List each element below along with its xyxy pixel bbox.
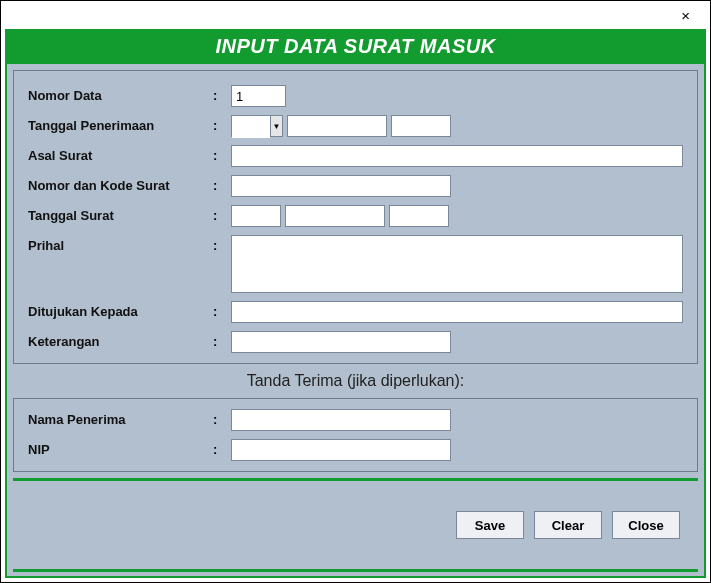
input-tgl-surat-day[interactable] (231, 205, 281, 227)
input-keterangan[interactable] (231, 331, 451, 353)
titlebar: × (1, 1, 710, 29)
input-nomor-kode-surat[interactable] (231, 175, 451, 197)
input-tgl-penerimaan-day[interactable] (232, 116, 270, 138)
section-main: Nomor Data : Tanggal Penerimaan : ▼ (13, 70, 698, 364)
label-nomor-kode-surat: Nomor dan Kode Surat (28, 175, 213, 193)
section-receipt: Nama Penerima : NIP : (13, 398, 698, 472)
row-tanggal-penerimaan: Tanggal Penerimaan : ▼ (28, 115, 683, 137)
input-asal-surat[interactable] (231, 145, 683, 167)
label-ditujukan-kepada: Ditujukan Kepada (28, 301, 213, 319)
label-prihal: Prihal (28, 235, 213, 253)
input-nama-penerima[interactable] (231, 409, 451, 431)
input-tgl-penerimaan-month[interactable] (287, 115, 387, 137)
row-ditujukan-kepada: Ditujukan Kepada : (28, 301, 683, 323)
input-tgl-penerimaan-year[interactable] (391, 115, 451, 137)
footer-buttons: Save Clear Close (7, 481, 704, 569)
label-nomor-data: Nomor Data (28, 85, 213, 103)
row-asal-surat: Asal Surat : (28, 145, 683, 167)
row-keterangan: Keterangan : (28, 331, 683, 353)
label-keterangan: Keterangan (28, 331, 213, 349)
close-icon[interactable]: × (673, 4, 698, 27)
form-window: × INPUT DATA SURAT MASUK Nomor Data : Ta… (0, 0, 711, 583)
row-prihal: Prihal : (28, 235, 683, 293)
input-nip[interactable] (231, 439, 451, 461)
input-nomor-data[interactable] (231, 85, 286, 107)
input-tgl-surat-month[interactable] (285, 205, 385, 227)
body: INPUT DATA SURAT MASUK Nomor Data : Tang… (5, 29, 706, 578)
row-nama-penerima: Nama Penerima : (28, 409, 683, 431)
textarea-prihal[interactable] (231, 235, 683, 293)
receipt-heading: Tanda Terima (jika diperlukan): (7, 370, 704, 392)
row-nomor-kode-surat: Nomor dan Kode Surat : (28, 175, 683, 197)
clear-button[interactable]: Clear (534, 511, 602, 539)
chevron-down-icon[interactable]: ▼ (270, 116, 282, 136)
close-button[interactable]: Close (612, 511, 680, 539)
input-ditujukan-kepada[interactable] (231, 301, 683, 323)
label-nip: NIP (28, 439, 213, 457)
save-button[interactable]: Save (456, 511, 524, 539)
divider-bottom (13, 569, 698, 572)
label-tanggal-surat: Tanggal Surat (28, 205, 213, 223)
row-nomor-data: Nomor Data : (28, 85, 683, 107)
row-nip: NIP : (28, 439, 683, 461)
label-asal-surat: Asal Surat (28, 145, 213, 163)
label-nama-penerima: Nama Penerima (28, 409, 213, 427)
form-header: INPUT DATA SURAT MASUK (7, 31, 704, 64)
label-tanggal-penerimaan: Tanggal Penerimaan (28, 115, 213, 133)
row-tanggal-surat: Tanggal Surat : (28, 205, 683, 227)
combo-tgl-penerimaan-day[interactable]: ▼ (231, 115, 283, 137)
input-tgl-surat-year[interactable] (389, 205, 449, 227)
